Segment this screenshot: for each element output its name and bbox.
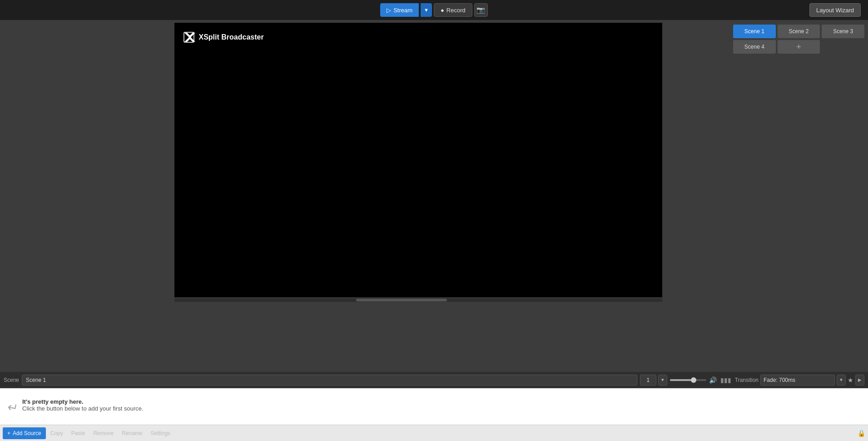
right-sidebar: Scene 1 Scene 2 Scene 3 Scene 4 + <box>729 20 868 372</box>
mute-button[interactable]: 🔊 <box>708 376 718 385</box>
preview-scrollbar[interactable] <box>174 298 662 302</box>
scene-button-2[interactable]: Scene 2 <box>778 25 820 38</box>
paste-button[interactable]: Paste <box>68 427 89 439</box>
lock-icon: 🔒 <box>858 430 865 437</box>
stream-icon: ▷ <box>387 7 391 14</box>
scene-controls: ▼ <box>640 375 667 386</box>
chevron-right-icon: ▶ <box>858 377 862 382</box>
bottom-bar: Scene ▼ 🔊 ▮▮▮ Transition ▼ <box>0 372 868 441</box>
preview-scrollbar-thumb <box>356 299 447 301</box>
chevron-down-icon: ▼ <box>424 7 429 13</box>
rename-button[interactable]: Rename <box>118 427 146 439</box>
scenes-panel: Scene 1 Scene 2 Scene 3 Scene 4 + <box>729 23 868 55</box>
add-source-button[interactable]: + Add Source <box>3 427 46 439</box>
layout-wizard-label: Layout Wizard <box>816 7 854 14</box>
chevron-down-icon: ▼ <box>660 377 665 382</box>
preview-container: XSplit Broadcaster <box>107 20 729 372</box>
record-icon: ● <box>441 7 444 14</box>
transition-star-button[interactable]: ★ <box>848 376 853 384</box>
add-source-label: Add Source <box>13 430 41 436</box>
speaker-icon: 🔊 <box>709 376 717 384</box>
equalizer-icon: ▮▮▮ <box>720 376 731 384</box>
paste-label: Paste <box>71 430 85 436</box>
empty-hint: ↵ It's pretty empty here. Click the butt… <box>7 398 144 415</box>
volume-fill <box>670 379 694 381</box>
scene-button-1[interactable]: Scene 1 <box>733 25 776 38</box>
volume-knob <box>691 377 696 383</box>
settings-label: Settings <box>150 430 170 436</box>
copy-label: Copy <box>50 430 63 436</box>
stream-dropdown-button[interactable]: ▼ <box>421 3 432 17</box>
scene-name-input[interactable] <box>22 375 637 386</box>
record-button[interactable]: ● Record <box>434 3 472 17</box>
hint-line1: It's pretty empty here. <box>22 398 144 405</box>
scene-1-label: Scene 1 <box>744 28 764 35</box>
topbar-center: ▷ Stream ▼ ● Record 📷 <box>380 3 488 17</box>
transition-input[interactable] <box>760 375 835 386</box>
chevron-down-icon: ▼ <box>839 377 843 382</box>
transition-dropdown-button[interactable]: ▼ <box>837 375 846 386</box>
add-scene-button[interactable]: + <box>778 40 820 54</box>
scene-num-down-button[interactable]: ▼ <box>658 375 667 386</box>
stream-button[interactable]: ▷ Stream <box>380 3 419 17</box>
plus-icon: + <box>796 42 801 52</box>
camera-icon: 📷 <box>476 6 485 14</box>
scene-3-label: Scene 3 <box>833 28 853 35</box>
scene-button-4[interactable]: Scene 4 <box>733 40 776 54</box>
transition-row: Transition ▼ ★ ▶ <box>735 375 864 386</box>
add-icon: + <box>7 430 10 436</box>
arrow-hint-icon: ↵ <box>6 399 19 416</box>
main-area: XSplit Broadcaster Scene 1 Scene 2 Scene… <box>0 20 868 372</box>
layout-wizard-button[interactable]: Layout Wizard <box>809 3 861 17</box>
topbar: ▷ Stream ▼ ● Record 📷 Layout Wizard <box>0 0 868 20</box>
stream-label: Stream <box>393 7 412 14</box>
hint-line2: Click the button below to add your first… <box>22 405 144 412</box>
remove-button[interactable]: Remove <box>89 427 117 439</box>
scene-row: Scene ▼ 🔊 ▮▮▮ Transition ▼ <box>0 372 868 388</box>
transition-label: Transition <box>735 377 759 383</box>
sources-area: ↵ It's pretty empty here. Click the butt… <box>0 388 868 425</box>
copy-button[interactable]: Copy <box>47 427 67 439</box>
volume-slider[interactable] <box>670 379 706 381</box>
xsplit-logo-icon <box>183 31 195 44</box>
left-sidebar <box>0 20 107 372</box>
preview-logo: XSplit Broadcaster <box>183 31 264 44</box>
scene-button-3[interactable]: Scene 3 <box>822 25 864 38</box>
star-icon: ★ <box>848 376 853 384</box>
preview-canvas: XSplit Broadcaster <box>174 23 662 297</box>
hint-text: It's pretty empty here. Click the button… <box>22 398 144 412</box>
remove-label: Remove <box>93 430 114 436</box>
rename-label: Rename <box>122 430 142 436</box>
eq-button[interactable]: ▮▮▮ <box>719 376 732 385</box>
toolbar-row: + Add Source Copy Paste Remove Rename Se… <box>0 425 868 441</box>
volume-area: 🔊 ▮▮▮ <box>670 376 732 385</box>
scene-num-input[interactable] <box>640 375 656 386</box>
app-title: XSplit Broadcaster <box>199 33 264 41</box>
scene-label: Scene <box>4 377 19 383</box>
transition-arrow-button[interactable]: ▶ <box>855 375 864 386</box>
scene-4-label: Scene 4 <box>744 44 764 50</box>
record-label: Record <box>446 7 466 14</box>
settings-button[interactable]: Settings <box>147 427 174 439</box>
scene-2-label: Scene 2 <box>789 28 808 35</box>
screenshot-button[interactable]: 📷 <box>474 3 488 17</box>
